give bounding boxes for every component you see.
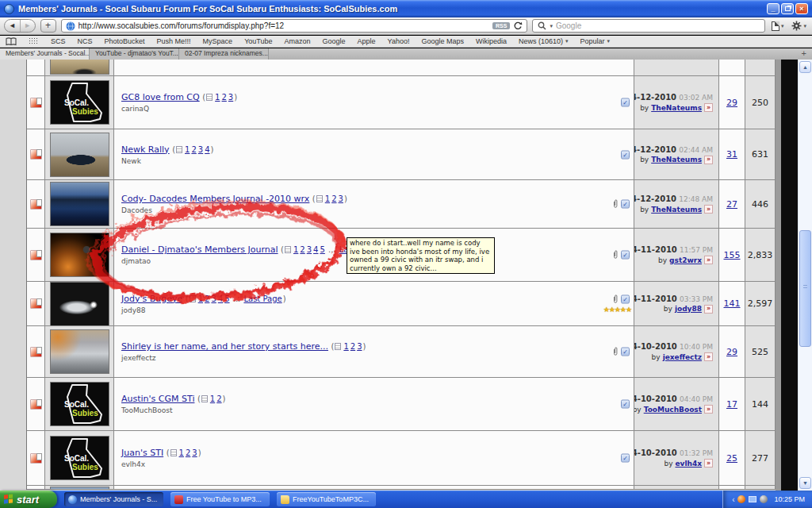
taskbar-task-button[interactable]: FreeYouTubeToMP3C... [277, 492, 376, 506]
tray-update-icon[interactable] [760, 495, 768, 503]
page-menu-button[interactable]: ▾ [770, 21, 786, 31]
bookmark-item[interactable]: NCS [78, 37, 93, 45]
bookmark-item[interactable]: Apple [358, 37, 376, 45]
page-number-link[interactable]: 2 [186, 448, 190, 457]
last-poster-link[interactable]: TooMuchBoost [644, 406, 702, 414]
page-number-link[interactable]: 2 [331, 194, 336, 203]
go-to-last-post-icon[interactable]: » [704, 305, 713, 314]
address-bar[interactable]: http://www.socalsubies.com/forums/forumd… [61, 19, 528, 33]
reload-icon[interactable] [513, 21, 523, 31]
bookmark-item[interactable]: PhotoBucket [105, 37, 145, 45]
page-number-link[interactable]: 3 [307, 245, 312, 254]
scroll-down-icon[interactable]: ▼ [799, 477, 811, 489]
taskbar-task-button[interactable]: Members' Journals - S... [64, 492, 163, 506]
thread-title-link[interactable]: Austin's CGM STi [121, 394, 194, 404]
attachment-paperclip-icon[interactable] [612, 199, 619, 210]
page-number-link[interactable]: 3 [198, 145, 203, 154]
vertical-scrollbar[interactable]: ▲ ▼ [798, 60, 812, 491]
page-number-link[interactable]: 3 [211, 294, 216, 303]
thread-title-link[interactable]: Juan's STI [121, 448, 163, 458]
page-number-link[interactable]: 1 [179, 448, 184, 457]
tools-menu-button[interactable]: ▾ [790, 21, 808, 31]
start-button[interactable]: start [0, 491, 57, 508]
page-number-link[interactable]: 2 [205, 294, 209, 303]
replies-count-link[interactable]: 25 [726, 453, 737, 464]
page-number-link[interactable]: 1 [210, 394, 215, 403]
bookmark-item[interactable]: Yahoo! [388, 37, 410, 45]
last-poster-link[interactable]: TheNateums [651, 104, 702, 112]
tile-tabs-icon[interactable] [29, 37, 39, 45]
thread-title-link[interactable]: GC8 love from CQ [121, 92, 200, 102]
page-number-link[interactable]: 2 [216, 394, 221, 403]
bookmark-item[interactable]: YouTube [244, 37, 272, 45]
page-number-link[interactable]: 4 [205, 145, 209, 154]
thread-thumbnail[interactable]: SoCal.Subies [50, 436, 109, 480]
page-number-link[interactable]: 1 [343, 342, 348, 351]
bookmark-item[interactable]: Wikipedia [476, 37, 507, 45]
go-to-last-post-icon[interactable]: » [704, 256, 713, 264]
bookmark-item[interactable]: Google [323, 37, 346, 45]
page-number-link[interactable]: 1 [325, 194, 330, 203]
new-tab-button[interactable]: + [40, 19, 56, 33]
page-number-link[interactable]: 1 [185, 145, 190, 154]
bookmark-item[interactable]: Push Me!!! [157, 37, 191, 45]
page-number-link[interactable]: 4 [313, 245, 318, 254]
page-number-link[interactable]: 3 [339, 194, 343, 203]
thread-thumbnail[interactable] [50, 282, 109, 325]
replies-count-link[interactable]: 155 [724, 250, 741, 260]
browser-tab[interactable]: 02-07 Impreza nicknames... [179, 48, 269, 60]
last-poster-link[interactable]: evlh4x [675, 460, 702, 468]
search-box[interactable]: ▾ Google [532, 19, 765, 33]
go-to-last-post-icon[interactable]: » [704, 103, 713, 112]
taskbar-task-button[interactable]: Free YouTube to MP3... [170, 492, 270, 506]
thread-title-link[interactable]: Newk Rally [121, 144, 170, 155]
restore-button[interactable] [781, 3, 794, 14]
attachment-paperclip-icon[interactable] [612, 294, 619, 304]
page-number-link[interactable]: 1 [198, 294, 203, 303]
thread-thumbnail[interactable]: SoCal.Subies [50, 382, 109, 426]
thread-thumbnail[interactable] [50, 133, 109, 177]
tray-app-icon[interactable] [737, 495, 745, 503]
replies-count-link[interactable]: 141 [724, 298, 741, 309]
replies-count-link[interactable]: 29 [726, 98, 737, 108]
rss-badge[interactable]: RSS [492, 22, 510, 29]
go-to-last-post-icon[interactable]: » [704, 205, 713, 214]
thread-title-link[interactable]: Jody's Bugeye [121, 294, 182, 304]
tabstrip-new-tab-icon[interactable]: + [796, 48, 812, 60]
page-number-link[interactable]: 2 [221, 93, 226, 102]
page-number-link[interactable]: 3 [228, 93, 233, 102]
replies-count-link[interactable]: 29 [726, 347, 737, 357]
page-number-link[interactable]: 3 [192, 448, 197, 457]
page-number-link[interactable]: 2 [350, 342, 355, 351]
go-to-last-post-icon[interactable]: » [704, 352, 713, 361]
hide-tray-icons-icon[interactable]: ‹ [732, 495, 734, 504]
attachment-paperclip-icon[interactable] [612, 250, 619, 260]
thread-thumbnail[interactable] [50, 233, 109, 277]
page-number-link[interactable]: 3 [357, 342, 362, 351]
last-poster-link[interactable]: jexeffectz [663, 353, 702, 361]
network-monitor-icon[interactable] [749, 496, 756, 502]
page-number-link[interactable]: 1 [215, 93, 220, 102]
go-to-last-post-icon[interactable]: » [704, 405, 713, 414]
thread-thumbnail[interactable] [50, 329, 109, 374]
page-number-link[interactable]: 5 [320, 245, 324, 254]
go-to-last-post-icon[interactable]: » [704, 156, 713, 164]
back-button[interactable]: ◄ [5, 20, 20, 32]
forward-button[interactable]: ► [20, 20, 35, 32]
thread-title-link[interactable]: Cody- Dacodes Members Journal -2010 wrx [121, 194, 309, 204]
thread-thumbnail[interactable] [50, 182, 109, 226]
page-number-link[interactable]: 4 [218, 294, 223, 303]
bookmark-item[interactable]: News (10610)▾ [519, 37, 569, 45]
bookmark-item[interactable]: MySpace [203, 37, 233, 45]
thread-title-link[interactable]: Daniel - Djmatao's Members Journal [121, 244, 278, 255]
bookmarks-book-icon[interactable] [6, 37, 17, 46]
last-page-link[interactable]: Last Page [243, 294, 282, 303]
go-to-last-post-icon[interactable]: » [704, 459, 713, 468]
scrollbar-thumb[interactable] [799, 230, 811, 347]
minimize-button[interactable]: _ [767, 3, 779, 14]
attachment-paperclip-icon[interactable] [612, 347, 619, 357]
bookmark-item[interactable]: Google Maps [421, 37, 464, 45]
thread-thumbnail[interactable] [50, 60, 109, 75]
last-poster-link[interactable]: TheNateums [651, 156, 702, 164]
page-number-link[interactable]: 2 [191, 145, 196, 154]
